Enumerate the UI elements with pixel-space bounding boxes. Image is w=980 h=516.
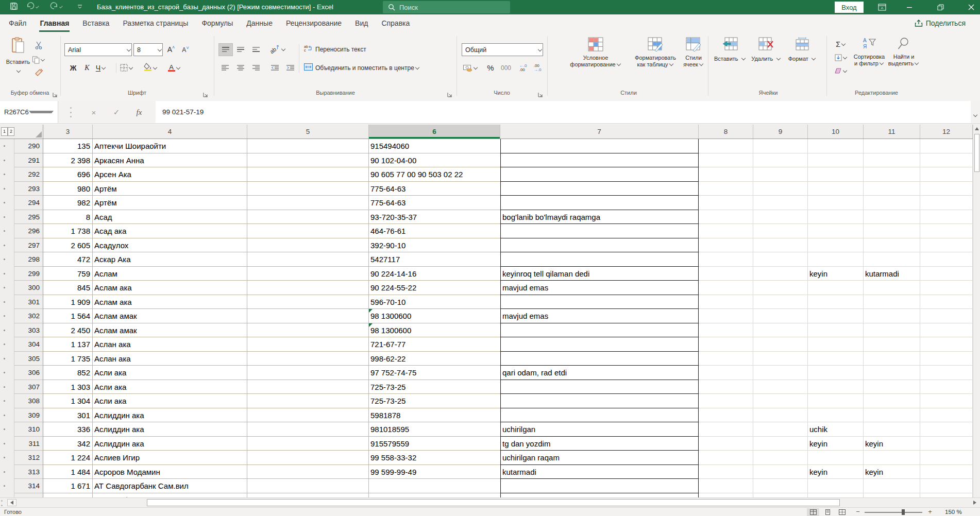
cell-r307c5[interactable]	[247, 380, 369, 394]
search-box[interactable]: Поиск	[383, 1, 510, 13]
cell-r315c3[interactable]: 255	[43, 493, 93, 498]
cut-button[interactable]	[32, 39, 45, 51]
page-layout-view-button[interactable]	[821, 508, 834, 516]
vertical-scrollbar[interactable]	[973, 125, 980, 497]
cell-r297c7[interactable]	[500, 238, 699, 253]
row-header-310[interactable]: 310	[14, 422, 43, 437]
cell-r303c10[interactable]	[808, 323, 864, 338]
cell-r306c3[interactable]: 852	[43, 366, 93, 380]
cell-r294c5[interactable]	[247, 196, 369, 210]
name-box-dropdown-icon[interactable]	[29, 111, 54, 113]
cell-r298c6[interactable]: 5427117	[369, 252, 500, 267]
cell-r303c11[interactable]	[864, 323, 920, 338]
cell-r298c4[interactable]: Аскар Ака	[93, 252, 247, 267]
cell-r305c11[interactable]	[864, 352, 920, 366]
cell-r315c11[interactable]	[864, 493, 920, 498]
row-header-292[interactable]: 292	[14, 167, 43, 182]
row-header-305[interactable]: 305	[14, 352, 43, 366]
cell-r291c7[interactable]	[500, 153, 699, 168]
cell-r300c4[interactable]: Аслам ака	[93, 281, 247, 295]
cell-r296c3[interactable]: 1 738	[43, 224, 93, 238]
cell-r300c6[interactable]: 90 224-55-22	[369, 281, 500, 295]
align-right-button[interactable]	[249, 62, 263, 74]
align-bottom-button[interactable]	[249, 43, 263, 55]
cell-r305c8[interactable]	[699, 352, 753, 366]
cell-r302c8[interactable]	[699, 309, 753, 323]
cell-r315c5[interactable]	[247, 493, 369, 498]
merge-center-button[interactable]: Объединить и поместить в центре	[304, 62, 420, 74]
cell-r292c3[interactable]: 696	[43, 167, 93, 182]
cell-r296c8[interactable]	[699, 224, 753, 238]
row-header-298[interactable]: 298	[14, 252, 43, 267]
cell-r307c4[interactable]: Асли ака	[93, 380, 247, 394]
cell-r293c11[interactable]	[864, 182, 920, 196]
font-dialog-launcher[interactable]	[203, 90, 209, 96]
increase-decimal-button[interactable]: ←.0.00	[516, 62, 530, 74]
cell-r297c3[interactable]: 2 605	[43, 238, 93, 253]
cell-r297c6[interactable]: 392-90-10	[369, 238, 500, 253]
cell-r309c4[interactable]: Аслиддин ака	[93, 408, 247, 423]
cell-r293c7[interactable]	[500, 182, 699, 196]
cell-r300c8[interactable]	[699, 281, 753, 295]
cell-r311c6[interactable]: 915579559	[369, 437, 500, 451]
row-header-290[interactable]: 290	[14, 139, 43, 153]
cell-r311c8[interactable]	[699, 437, 753, 451]
cell-r296c10[interactable]	[808, 224, 864, 238]
cell-r295c11[interactable]	[864, 210, 920, 225]
cell-r298c9[interactable]	[753, 252, 808, 267]
cell-r315c8[interactable]	[699, 493, 753, 498]
cell-r293c6[interactable]: 775-64-63	[369, 182, 500, 196]
tab-формулы[interactable]: Формулы	[195, 14, 240, 32]
cell-r301c11[interactable]	[864, 295, 920, 309]
cell-r307c9[interactable]	[753, 380, 808, 394]
customize-quick-access-button[interactable]	[73, 1, 87, 13]
cell-r299c11[interactable]: kutarmadi	[864, 267, 920, 281]
sort-filter-button[interactable]: АЯ Сортировка и фильтр	[852, 35, 886, 67]
cell-r294c9[interactable]	[753, 196, 808, 210]
vertical-scrollbar-thumb[interactable]	[974, 134, 979, 172]
cell-r297c8[interactable]	[699, 238, 753, 253]
cell-r295c7[interactable]: bog'lanib bo'lmaydi raqamga	[500, 210, 699, 225]
tab-вид[interactable]: Вид	[348, 14, 375, 32]
cell-r298c5[interactable]	[247, 252, 369, 267]
cell-r293c12[interactable]	[920, 182, 973, 196]
align-left-button[interactable]	[218, 62, 232, 74]
cell-r299c5[interactable]	[247, 267, 369, 281]
zoom-slider-track[interactable]	[865, 512, 922, 513]
insert-cells-button[interactable]: Вставить	[712, 35, 748, 63]
cell-r294c6[interactable]: 775-64-63	[369, 196, 500, 210]
cell-r312c12[interactable]	[920, 451, 973, 465]
cell-r307c6[interactable]: 725-73-25	[369, 380, 500, 394]
cell-r300c3[interactable]: 845	[43, 281, 93, 295]
cell-r315c12[interactable]	[920, 493, 973, 498]
cell-r305c10[interactable]	[808, 352, 864, 366]
save-button[interactable]	[7, 1, 21, 13]
cell-r304c12[interactable]	[920, 337, 973, 352]
bold-button[interactable]: Ж	[67, 62, 79, 74]
cancel-button[interactable]: ×	[88, 106, 100, 118]
font-size-combobox[interactable]: 8	[133, 43, 163, 56]
cell-r305c12[interactable]	[920, 352, 973, 366]
cell-r315c9[interactable]	[753, 493, 808, 498]
copy-button[interactable]	[32, 54, 45, 65]
comma-style-button[interactable]: 000	[499, 62, 513, 74]
column-header-6[interactable]: 6	[369, 125, 500, 139]
format-as-table-button[interactable]: Форматировать как таблицу	[631, 35, 680, 68]
cell-r299c9[interactable]	[753, 267, 808, 281]
row-header-294[interactable]: 294	[14, 196, 43, 210]
tab-scroll-left-button[interactable]	[7, 499, 16, 506]
row-header-313[interactable]: 313	[14, 465, 43, 479]
accounting-format-button[interactable]	[462, 62, 479, 74]
cell-r298c7[interactable]	[500, 252, 699, 267]
cell-r312c8[interactable]	[699, 451, 753, 465]
cell-r290c11[interactable]	[864, 139, 920, 153]
cell-r313c12[interactable]	[920, 465, 973, 479]
font-color-button[interactable]: A	[167, 62, 181, 74]
cell-r314c6[interactable]	[369, 479, 500, 493]
row-header-297[interactable]: 297	[14, 238, 43, 253]
font-name-combobox[interactable]: Arial	[64, 43, 132, 56]
tab-главная[interactable]: Главная	[33, 14, 76, 32]
horizontal-scrollbar-thumb[interactable]	[147, 499, 840, 506]
cell-r295c12[interactable]	[920, 210, 973, 225]
cell-r297c9[interactable]	[753, 238, 808, 253]
